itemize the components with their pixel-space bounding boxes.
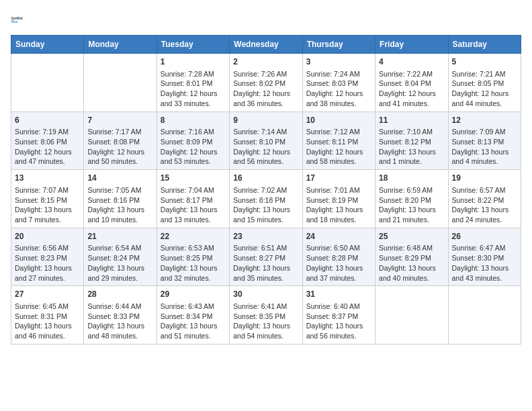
day-info: Daylight: 13 hours and 13 minutes. [161,205,226,224]
calendar-cell: 15Sunrise: 7:04 AMSunset: 8:17 PMDayligh… [157,170,229,228]
calendar-table: SundayMondayTuesdayWednesdayThursdayFrid… [11,35,521,345]
calendar-cell: 18Sunrise: 6:59 AMSunset: 8:20 PMDayligh… [375,170,448,228]
day-info: Sunrise: 6:50 AM [306,243,371,253]
day-info: Daylight: 13 hours and 43 minutes. [452,263,517,283]
calendar-cell: 7Sunrise: 7:17 AMSunset: 8:08 PMDaylight… [84,111,157,170]
calendar-cell: 21Sunrise: 6:54 AMSunset: 8:24 PMDayligh… [84,228,157,286]
calendar-cell: 30Sunrise: 6:41 AMSunset: 8:35 PMDayligh… [230,286,302,345]
svg-text:Blue: Blue [11,20,18,24]
day-number: 22 [161,231,226,242]
day-number: 28 [87,289,152,300]
day-number: 16 [233,173,298,184]
day-info: Sunset: 8:29 PM [379,253,444,263]
day-info: Sunset: 8:11 PM [306,137,371,147]
day-info: Sunset: 8:33 PM [87,312,152,322]
week-row-2: 6Sunrise: 7:19 AMSunset: 8:06 PMDaylight… [11,111,521,170]
day-number: 30 [233,289,298,300]
day-info: Sunrise: 7:14 AM [233,127,298,137]
day-info: Daylight: 13 hours and 4 minutes. [452,147,517,167]
calendar-cell: 28Sunrise: 6:44 AMSunset: 8:33 PMDayligh… [84,286,157,345]
day-info: Sunrise: 7:10 AM [379,127,444,137]
day-info: Daylight: 13 hours and 18 minutes. [306,205,371,224]
day-info: Sunrise: 7:17 AM [87,127,152,137]
svg-text:General: General [11,17,23,20]
day-info: Sunrise: 7:04 AM [161,185,226,195]
day-number: 19 [452,173,517,184]
day-info: Daylight: 13 hours and 10 minutes. [87,205,152,224]
day-info: Daylight: 12 hours and 50 minutes. [87,147,152,167]
day-info: Sunrise: 7:21 AM [452,69,517,79]
day-info: Sunset: 8:24 PM [87,253,152,263]
calendar-cell: 17Sunrise: 7:01 AMSunset: 8:19 PMDayligh… [302,170,375,228]
calendar-cell: 12Sunrise: 7:09 AMSunset: 8:13 PMDayligh… [448,111,521,170]
calendar-cell: 19Sunrise: 6:57 AMSunset: 8:22 PMDayligh… [448,170,521,228]
day-info: Sunrise: 7:07 AM [15,185,80,195]
day-info: Sunset: 8:16 PM [87,195,152,205]
day-info: Sunset: 8:19 PM [306,195,371,205]
day-number: 9 [233,115,298,126]
calendar-cell [84,54,157,112]
calendar-cell: 11Sunrise: 7:10 AMSunset: 8:12 PMDayligh… [375,111,448,170]
calendar-cell: 6Sunrise: 7:19 AMSunset: 8:06 PMDaylight… [11,111,84,170]
day-info: Daylight: 13 hours and 35 minutes. [233,263,298,283]
calendar-cell: 10Sunrise: 7:12 AMSunset: 8:11 PMDayligh… [302,111,375,170]
day-number: 13 [15,173,80,184]
calendar-cell: 1Sunrise: 7:28 AMSunset: 8:01 PMDaylight… [157,54,229,112]
day-number: 21 [87,231,152,242]
day-info: Sunset: 8:37 PM [306,312,371,322]
day-info: Daylight: 13 hours and 56 minutes. [306,321,371,340]
calendar-cell: 25Sunrise: 6:48 AMSunset: 8:29 PMDayligh… [375,228,448,286]
calendar-cell: 31Sunrise: 6:40 AMSunset: 8:37 PMDayligh… [302,286,375,345]
day-info: Sunset: 8:04 PM [379,79,444,89]
day-number: 10 [306,115,371,126]
day-number: 6 [15,115,80,126]
day-info: Daylight: 12 hours and 58 minutes. [306,147,371,167]
day-number: 5 [452,56,517,68]
day-info: Sunset: 8:12 PM [379,137,444,147]
day-info: Sunrise: 7:28 AM [161,69,226,79]
day-info: Sunrise: 6:48 AM [379,243,444,253]
day-info: Daylight: 13 hours and 24 minutes. [452,205,517,224]
day-info: Sunset: 8:17 PM [161,195,226,205]
day-number: 20 [15,231,80,242]
day-info: Daylight: 13 hours and 40 minutes. [379,263,444,283]
calendar-cell: 9Sunrise: 7:14 AMSunset: 8:10 PMDaylight… [230,111,302,170]
day-info: Sunset: 8:02 PM [233,79,298,89]
calendar-cell [375,286,448,345]
day-info: Sunset: 8:30 PM [452,253,517,263]
day-info: Sunrise: 6:59 AM [379,185,444,195]
day-number: 18 [379,173,444,184]
day-info: Sunrise: 7:24 AM [306,69,371,79]
calendar-cell: 27Sunrise: 6:45 AMSunset: 8:31 PMDayligh… [11,286,84,345]
calendar-cell: 22Sunrise: 6:53 AMSunset: 8:25 PMDayligh… [157,228,229,286]
day-info: Sunset: 8:23 PM [15,253,80,263]
header-friday: Friday [375,36,448,54]
day-info: Sunset: 8:03 PM [306,79,371,89]
day-info: Daylight: 13 hours and 48 minutes. [87,321,152,340]
logo: General Blue [11,11,30,30]
day-info: Sunrise: 6:56 AM [15,243,80,253]
day-number: 25 [379,231,444,242]
day-info: Daylight: 13 hours and 21 minutes. [379,205,444,224]
day-number: 4 [379,56,444,68]
day-info: Sunrise: 7:19 AM [15,127,80,137]
day-info: Sunset: 8:08 PM [87,137,152,147]
day-info: Sunset: 8:28 PM [306,253,371,263]
day-info: Daylight: 13 hours and 27 minutes. [15,263,80,283]
day-info: Sunset: 8:20 PM [379,195,444,205]
day-number: 1 [161,56,226,68]
day-info: Sunrise: 6:54 AM [87,243,152,253]
day-number: 8 [161,115,226,126]
day-info: Daylight: 12 hours and 41 minutes. [379,89,444,108]
day-info: Daylight: 13 hours and 1 minute. [379,147,444,167]
day-info: Daylight: 13 hours and 51 minutes. [161,321,226,340]
day-number: 14 [87,173,152,184]
header-thursday: Thursday [302,36,375,54]
day-info: Sunset: 8:13 PM [452,137,517,147]
day-number: 26 [452,231,517,242]
day-info: Sunrise: 6:41 AM [233,302,298,312]
day-info: Sunset: 8:22 PM [452,195,517,205]
day-info: Daylight: 13 hours and 15 minutes. [233,205,298,224]
day-info: Daylight: 12 hours and 44 minutes. [452,89,517,108]
week-row-4: 20Sunrise: 6:56 AMSunset: 8:23 PMDayligh… [11,228,521,286]
